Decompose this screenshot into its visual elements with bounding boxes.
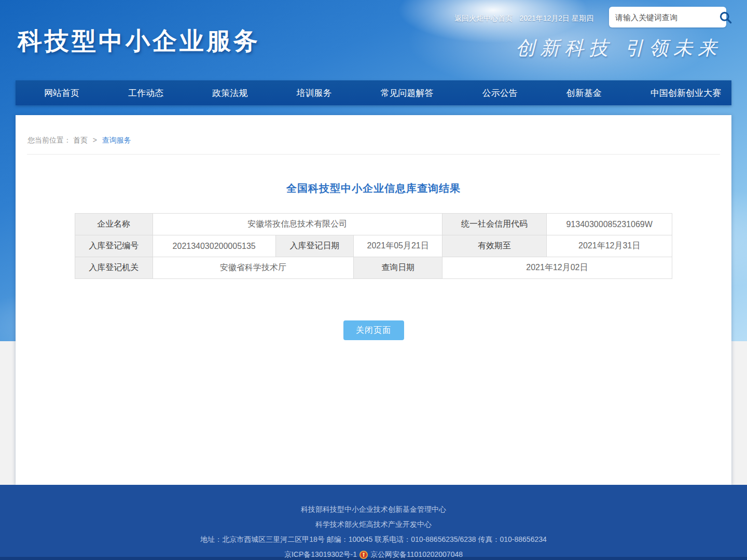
breadcrumb-separator: > [93, 136, 97, 144]
reg-authority-label: 入库登记机关 [75, 257, 153, 279]
footer-icp-row: 京ICP备13019302号-1 京公网安备11010202007048 [0, 547, 747, 560]
table-row-registration: 入库登记编号 202134030200005135 入库登记日期 2021年05… [75, 235, 672, 257]
close-page-button[interactable]: 关闭页面 [343, 320, 404, 340]
icp-license-link[interactable]: 京ICP备13019302号-1 [284, 547, 357, 560]
result-table: 企业名称 安徽塔孜信息技术有限公司 统一社会信用代码 9134030008523… [75, 213, 672, 279]
nav-item-news[interactable]: 工作动态 [123, 87, 169, 99]
search-box [609, 7, 726, 27]
reg-authority-value: 安徽省科学技术厅 [153, 257, 354, 279]
nav-item-home[interactable]: 网站首页 [39, 87, 85, 99]
query-date-label: 查询日期 [354, 257, 442, 279]
current-date: 2021年12月2日 星期四 [520, 14, 593, 23]
nav-item-competition[interactable]: 中国创新创业大赛 [645, 87, 726, 99]
content-card: 您当前位置： 首页 > 查询服务 全国科技型中小企业信息库查询结果 企业名称 安… [16, 115, 731, 485]
valid-until-label: 有效期至 [442, 235, 546, 257]
company-name-label: 企业名称 [75, 214, 153, 235]
button-row: 关闭页面 [16, 320, 731, 340]
site-header: 返回火炬中心首页 2021年12月2日 星期四 科技型中小企业服务 创新科技 引… [0, 0, 747, 80]
site-footer: 科技部科技型中小企业技术创新基金管理中心 科学技术部火炬高技术产业开发中心 地址… [0, 485, 747, 560]
site-slogan: 创新科技 引领未来 [516, 35, 722, 61]
public-security-badge-icon [359, 550, 368, 559]
site-title: 科技型中小企业服务 [18, 25, 260, 58]
search-icon[interactable] [718, 9, 732, 25]
table-row-authority: 入库登记机关 安徽省科学技术厅 查询日期 2021年12月02日 [75, 257, 672, 279]
credit-code-value: 91340300085231069W [547, 214, 672, 235]
query-date-value: 2021年12月02日 [442, 257, 672, 279]
breadcrumb: 您当前位置： 首页 > 查询服务 [16, 115, 731, 145]
nav-item-innovation-fund[interactable]: 创新基金 [561, 87, 607, 99]
return-torch-home-link[interactable]: 返回火炬中心首页 [454, 14, 513, 23]
security-license-link[interactable]: 京公网安备11010202007048 [370, 547, 463, 560]
main-nav: 网站首页 工作动态 政策法规 培训服务 常见问题解答 公示公告 创新基金 中国创… [16, 80, 731, 105]
footer-org-line-1: 科技部科技型中小企业技术创新基金管理中心 [0, 485, 747, 517]
valid-until-value: 2021年12月31日 [547, 235, 672, 257]
nav-item-training[interactable]: 培训服务 [291, 87, 337, 99]
reg-number-value: 202134030200005135 [153, 235, 275, 257]
nav-item-announcements[interactable]: 公示公告 [477, 87, 523, 99]
breadcrumb-home-link[interactable]: 首页 [73, 136, 88, 144]
table-row-company: 企业名称 安徽塔孜信息技术有限公司 统一社会信用代码 9134030008523… [75, 214, 672, 235]
footer-contact-line: 地址：北京市西城区三里河二区甲18号 邮编：100045 联系电话：010-88… [0, 532, 747, 547]
reg-date-label: 入库登记日期 [275, 235, 354, 257]
reg-date-value: 2021年05月21日 [354, 235, 442, 257]
footer-org-line-2: 科学技术部火炬高技术产业开发中心 [0, 517, 747, 532]
company-name-value: 安徽塔孜信息技术有限公司 [153, 214, 442, 235]
reg-number-label: 入库登记编号 [75, 235, 153, 257]
search-input[interactable] [615, 13, 718, 22]
nav-item-policy[interactable]: 政策法规 [207, 87, 253, 99]
breadcrumb-current-link[interactable]: 查询服务 [102, 136, 131, 144]
nav-item-faq[interactable]: 常见问题解答 [376, 87, 439, 99]
breadcrumb-prefix: 您当前位置： [27, 136, 71, 144]
breadcrumb-divider [27, 154, 720, 155]
credit-code-label: 统一社会信用代码 [442, 214, 546, 235]
result-title: 全国科技型中小企业信息库查询结果 [16, 181, 731, 195]
